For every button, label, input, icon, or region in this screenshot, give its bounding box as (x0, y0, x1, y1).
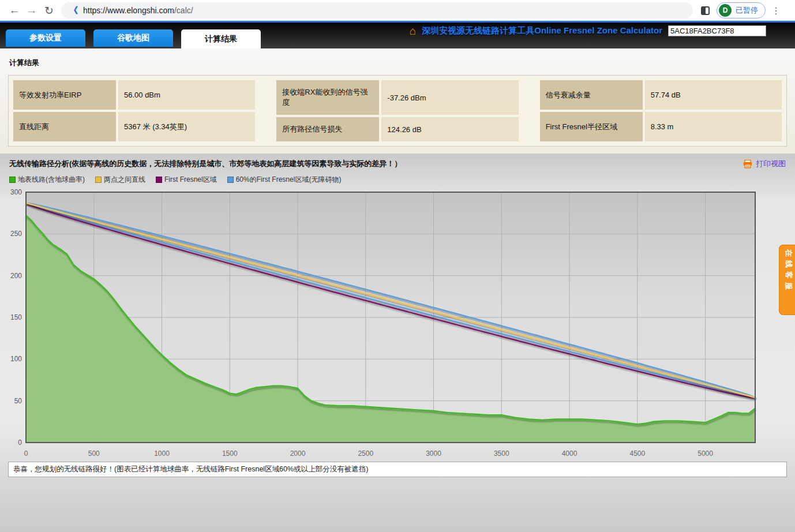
results-column-1: 等效发射功率EIRP 56.00 dBm 直线距离 5367 米 (3.34英里… (13, 80, 255, 141)
svg-text:250: 250 (10, 230, 22, 238)
svg-text:5000: 5000 (697, 449, 713, 458)
svg-text:200: 200 (10, 272, 22, 280)
analysis-panel: 无线传输路径分析(依据等高线的历史数据，无法排除特别是城市、市郊等地表如高层建筑… (0, 153, 795, 532)
legend-item-fresnel: First Fresnel区域 (156, 175, 217, 185)
svg-text:2000: 2000 (290, 449, 306, 458)
print-view-link[interactable]: 打印视图 (743, 159, 786, 169)
result-label-path-loss: 所有路径信号损失 (276, 117, 379, 141)
status-message: 恭喜，您规划的无线链路很好！(图表已经计算地球曲率，无线链路First Fres… (8, 462, 787, 477)
svg-text:500: 500 (88, 449, 100, 458)
result-value-distance: 5367 米 (3.34英里) (118, 112, 255, 141)
printer-icon (743, 160, 752, 168)
browser-toolbar: ← → ↻ 《 https://www.elongshi.com/calc/ D… (0, 0, 795, 21)
url-text: https://www.elongshi.com/calc/ (83, 6, 193, 15)
tab-google-map[interactable]: 谷歌地图 (93, 29, 173, 47)
avatar: D (719, 4, 732, 17)
svg-text:4000: 4000 (562, 449, 578, 458)
site-favicon-icon: 《 (69, 5, 78, 16)
result-value-fade-margin: 57.74 dB (645, 80, 782, 110)
site-header: ⌂ 深圳安视源无线链路计算工具Online Fresnel Zone Calcu… (0, 23, 795, 48)
serial-input[interactable] (668, 25, 766, 36)
svg-text:0: 0 (24, 449, 28, 458)
result-label-fade-margin: 信号衰减余量 (540, 80, 643, 110)
status-bar: 恭喜，您规划的无线链路很好！(图表已经计算地球曲率，无线链路First Fres… (0, 460, 795, 478)
results-column-3: 信号衰减余量 57.74 dB First Fresnel半径区域 8.33 m (540, 80, 782, 141)
path-profile-chart: 0501001502002503000500100015002000250030… (0, 187, 779, 460)
legend-swatch-fresnel60 (227, 177, 234, 183)
svg-text:1000: 1000 (154, 449, 170, 458)
svg-text:2500: 2500 (358, 449, 373, 458)
analysis-heading: 无线传输路径分析(依据等高线的历史数据，无法排除特别是城市、市郊等地表如高层建筑… (9, 159, 402, 169)
legend-swatch-fresnel (156, 177, 162, 183)
tab-calculation-result[interactable]: 计算结果 (181, 29, 261, 48)
legend-item-direct-line: 两点之间直线 (95, 175, 145, 185)
results-column-2: 接收端RX能收到的信号强度 -37.26 dBm 所有路径信号损失 124.26… (276, 80, 518, 141)
home-icon[interactable]: ⌂ (410, 25, 416, 36)
chart-legend: 地表线路(含地球曲率) 两点之间直线 First Fresnel区域 60%的F… (0, 170, 795, 186)
svg-text:0: 0 (18, 439, 22, 447)
sync-paused-label: 已暂停 (736, 5, 758, 16)
live-chat-label-cn: 在线客服 (783, 249, 794, 293)
svg-text:3000: 3000 (426, 449, 441, 458)
legend-item-terrain: 地表线路(含地球曲率) (9, 175, 85, 185)
legend-item-fresnel60: 60%的First Fresnel区域(无障碍物) (227, 175, 342, 185)
live-chat-tab[interactable]: 在线客服 LIVE CHAT (779, 245, 795, 315)
result-value-fresnel-radius: 8.33 m (645, 112, 782, 141)
result-label-distance: 直线距离 (13, 112, 116, 141)
back-button[interactable]: ← (6, 2, 23, 19)
forward-button[interactable]: → (23, 2, 40, 19)
reload-button[interactable]: ↻ (40, 2, 58, 19)
legend-swatch-terrain (9, 177, 16, 183)
legend-swatch-direct-line (95, 177, 102, 183)
svg-text:3500: 3500 (494, 449, 509, 458)
extension-icon[interactable] (701, 6, 710, 15)
result-value-eirp: 56.00 dBm (118, 80, 255, 110)
svg-text:4500: 4500 (629, 449, 645, 458)
tab-bar: 参数设置 谷歌地图 计算结果 (6, 29, 261, 48)
browser-menu-button[interactable]: ⋮ (771, 5, 781, 16)
svg-text:50: 50 (14, 397, 22, 405)
print-view-label: 打印视图 (756, 159, 786, 169)
svg-text:300: 300 (10, 188, 22, 196)
site-title: 深圳安视源无线链路计算工具Online Fresnel Zone Calcula… (422, 25, 662, 36)
svg-text:1500: 1500 (222, 449, 238, 458)
result-value-rx-signal: -37.26 dBm (381, 80, 518, 115)
results-table: 等效发射功率EIRP 56.00 dBm 直线距离 5367 米 (3.34英里… (8, 75, 787, 147)
tab-parameter-settings[interactable]: 参数设置 (6, 29, 85, 47)
address-bar[interactable]: 《 https://www.elongshi.com/calc/ (61, 2, 693, 18)
results-title: 计算结果 (9, 58, 787, 68)
result-value-path-loss: 124.26 dB (381, 117, 518, 141)
result-label-eirp: 等效发射功率EIRP (13, 80, 116, 110)
svg-text:150: 150 (10, 313, 22, 321)
result-label-fresnel-radius: First Fresnel半径区域 (540, 112, 643, 141)
svg-text:100: 100 (10, 355, 22, 363)
profile-chip[interactable]: D 已暂停 (717, 2, 766, 18)
results-section: 计算结果 等效发射功率EIRP 56.00 dBm 直线距离 5367 米 (3… (0, 48, 795, 153)
result-label-rx-signal: 接收端RX能收到的信号强度 (276, 80, 379, 115)
